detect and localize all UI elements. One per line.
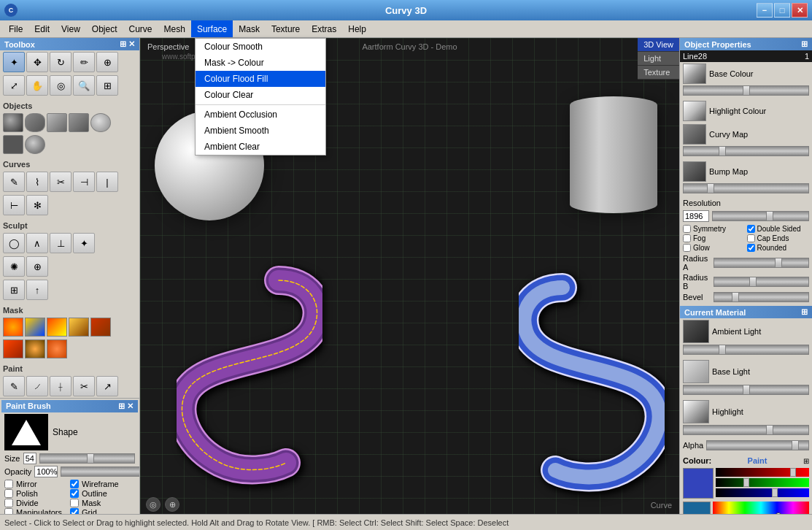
paint-tool-2[interactable]: ⟋ [26,376,48,396]
tool-transform[interactable]: ⊕ [96,52,118,72]
radius-b-slider[interactable] [714,277,809,287]
cap-ends-checkbox[interactable] [747,234,755,242]
mask-swatch-6[interactable] [3,339,23,358]
base-light-thumb[interactable] [683,360,709,383]
check-outline[interactable]: Outline [70,489,135,498]
size-value[interactable]: 54 [23,453,36,464]
divide-checkbox[interactable] [4,499,13,507]
hue-gradient[interactable] [713,502,809,514]
blue-slider[interactable] [716,488,809,497]
check-grid[interactable]: Grid [70,508,135,514]
menu-file[interactable]: File [3,20,28,37]
obj-swatch-5[interactable] [90,113,111,132]
bump-map-thumb[interactable] [683,161,706,182]
close-button[interactable]: ✕ [792,3,808,18]
fog-checkbox[interactable] [683,234,691,242]
paint-tool-3[interactable]: ⟊ [50,376,71,396]
obj-swatch-1[interactable] [3,113,23,132]
tool-pin[interactable]: ⊞ [96,75,118,96]
size-slider[interactable] [39,453,135,464]
check-divide[interactable]: Divide [4,499,69,507]
symmetry-checkbox[interactable] [683,225,691,233]
red-slider[interactable] [716,468,809,477]
tool-brush[interactable]: ✏ [73,52,95,72]
menu-item-colour-flood-fill[interactable]: Colour Flood Fill [196,71,325,87]
menu-mask[interactable]: Mask [233,20,266,37]
menu-help[interactable]: Help [342,20,372,37]
sculpt-tool-3[interactable]: ⊥ [50,233,71,253]
menu-extras[interactable]: Extras [306,20,342,37]
rounded-checkbox[interactable] [747,244,755,252]
tool-zoom[interactable]: 🔍 [73,75,95,96]
sculpt-tool-6[interactable]: ⊕ [26,256,48,277]
check-cap-ends[interactable]: Cap Ends [747,234,810,242]
alpha-slider[interactable] [706,440,809,450]
menu-texture[interactable]: Texture [266,20,306,37]
check-symmetry[interactable]: Symmetry [683,225,746,233]
curvy-map-thumb[interactable] [683,124,706,145]
paint-tool-4[interactable]: ✂ [73,376,95,396]
opacity-value[interactable]: 100% [34,466,58,477]
menu-view[interactable]: View [55,20,86,37]
mask-swatch-1[interactable] [3,318,23,337]
resolution-slider[interactable] [712,211,809,221]
curve-tool-1[interactable]: ✎ [3,172,25,192]
mask-swatch-8[interactable] [47,339,67,358]
menu-item-colour-clear[interactable]: Colour Clear [196,87,325,103]
check-rounded[interactable]: Rounded [747,244,810,252]
manipulators-checkbox[interactable] [4,508,13,514]
tool-scale[interactable]: ⤢ [3,75,25,96]
menu-curve[interactable]: Curve [123,20,158,37]
mask-swatch-7[interactable] [25,339,45,358]
paint-tool-1[interactable]: ✎ [3,376,25,396]
bump-map-slider[interactable] [683,183,809,193]
obj-swatch-7[interactable] [25,135,45,154]
tool-orbit[interactable]: ◎ [50,75,71,96]
resolution-input[interactable] [683,210,709,222]
obj-swatch-3[interactable] [47,113,67,132]
viewport-nav-1[interactable]: ◎ [146,497,161,512]
paint-tool-5[interactable]: ↗ [96,376,118,396]
menu-item-ambient-clear[interactable]: Ambient Clear [196,139,325,155]
grid-checkbox[interactable] [70,508,79,514]
sculpt-tool-4[interactable]: ✦ [73,233,95,253]
mask-swatch-4[interactable] [69,318,89,337]
curve-tool-2[interactable]: ⌇ [26,172,48,192]
glow-checkbox[interactable] [683,244,691,252]
green-slider[interactable] [716,478,809,487]
double-sided-checkbox[interactable] [747,225,755,233]
ambient-slider[interactable] [683,345,809,355]
curve-tool-6[interactable]: ⊢ [3,195,25,215]
ambient-light-thumb[interactable] [683,320,709,343]
menu-object[interactable]: Object [86,20,123,37]
check-mask[interactable]: Mask [70,499,135,507]
opacity-slider[interactable] [61,466,140,477]
menu-item-ambient-smooth[interactable]: Ambient Smooth [196,123,325,139]
hue-swatch[interactable] [683,502,711,514]
highlight-slider[interactable] [683,425,809,435]
curve-tool-4[interactable]: ⊣ [73,172,95,192]
sculpt-tool-1[interactable]: ◯ [3,233,25,253]
sculpt-tool-8[interactable]: ↑ [26,280,48,300]
obj-swatch-6[interactable] [3,135,23,154]
tool-move[interactable]: ✥ [26,52,48,72]
sculpt-tool-2[interactable]: ∧ [26,233,48,253]
curve-tool-5[interactable]: | [96,172,118,192]
base-light-slider[interactable] [683,385,809,395]
menu-mesh[interactable]: Mesh [158,20,191,37]
minimize-button[interactable]: − [757,3,773,18]
check-fog[interactable]: Fog [683,234,746,242]
curvy-map-slider[interactable] [683,146,809,156]
viewport-nav-2[interactable]: ⊕ [165,497,179,512]
tab-texture[interactable]: Texture [638,66,679,80]
obj-swatch-2[interactable] [25,113,45,132]
curve-tool-7[interactable]: ✻ [26,195,48,215]
mask-checkbox[interactable] [70,499,79,507]
tool-hand[interactable]: ✋ [26,75,48,96]
tool-rotate[interactable]: ↻ [50,52,71,72]
mirror-checkbox[interactable] [4,480,13,488]
highlight-colour-thumb[interactable] [683,101,706,121]
obj-swatch-4[interactable] [69,113,89,132]
check-glow[interactable]: Glow [683,244,746,252]
highlight-thumb[interactable] [683,400,709,423]
